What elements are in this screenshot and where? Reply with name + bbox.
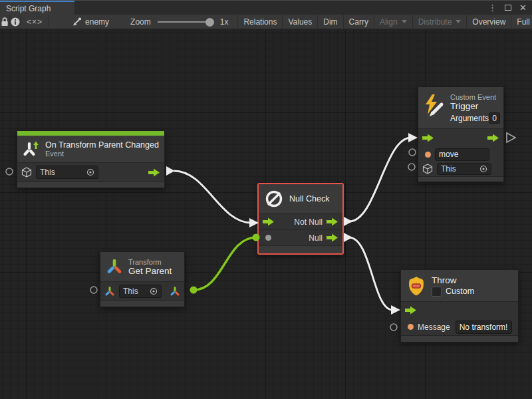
event-name-field[interactable]: move xyxy=(435,148,489,161)
node-null-check[interactable]: Null Check Not Null Null xyxy=(257,183,344,255)
port-label-null: Null xyxy=(309,233,323,243)
zoom-slider[interactable] xyxy=(158,15,216,29)
custom-checkbox[interactable] xyxy=(432,287,442,297)
tab-script-graph[interactable]: Script Graph xyxy=(0,1,74,15)
node-title: Get Parent xyxy=(128,266,172,276)
window-tab-bar: Script Graph ⋮ ✕ xyxy=(0,0,532,15)
visual-scripting-window: Script Graph ⋮ ✕ <×> xyxy=(0,0,532,399)
graph-name: enemy xyxy=(85,17,109,27)
wire-event-to-nullcheck xyxy=(174,171,251,223)
target-value: This xyxy=(40,168,55,177)
transform-icon xyxy=(106,258,123,275)
close-icon[interactable]: ✕ xyxy=(519,3,527,12)
maximize-icon[interactable] xyxy=(505,5,511,11)
node-category: Custom Event xyxy=(450,93,500,101)
values-button[interactable]: Values xyxy=(283,15,317,29)
null-check-icon xyxy=(264,189,284,209)
flow-port-triangle-empty[interactable] xyxy=(507,133,515,142)
node-throw[interactable]: Throw Custom Message No transform! xyxy=(400,269,519,342)
target-dropdown[interactable]: This xyxy=(437,163,491,175)
zoom-label: Zoom xyxy=(130,17,151,27)
distribute-button[interactable]: Distribute xyxy=(413,15,467,29)
code-preview-button[interactable]: <×> xyxy=(21,15,48,29)
flow-input-arrow-icon[interactable] xyxy=(422,134,434,142)
chevron-down-icon xyxy=(402,20,407,23)
flow-output-arrow-icon[interactable] xyxy=(327,217,338,226)
node-title: Null Check xyxy=(289,194,329,203)
flow-port-triangle[interactable] xyxy=(344,233,352,242)
wire-arrowhead-icon xyxy=(391,305,400,315)
value-port-circle[interactable] xyxy=(6,168,13,175)
event-accent-bar xyxy=(17,131,164,136)
fullscreen-button[interactable]: Full Screen xyxy=(511,15,532,29)
carry-button[interactable]: Carry xyxy=(344,15,374,29)
gameobject-cube-icon xyxy=(422,164,433,174)
node-title: Throw xyxy=(432,275,474,285)
node-title: On Transform Parent Changed xyxy=(45,140,159,150)
value-input-port[interactable] xyxy=(265,235,271,241)
value-input-port[interactable] xyxy=(425,152,431,158)
flow-port-triangle[interactable] xyxy=(166,166,175,176)
node-on-transform-parent-changed[interactable]: On Transform Parent Changed Event This xyxy=(17,130,165,188)
node-title: Trigger xyxy=(450,101,500,111)
zoom-control: Zoom 1x xyxy=(130,15,228,29)
wire-notnull-to-trigger xyxy=(349,138,411,221)
flow-port-triangle[interactable] xyxy=(344,217,352,226)
flow-input-arrow-icon[interactable] xyxy=(263,217,275,226)
node-category: Transform xyxy=(128,258,172,266)
target-picker-icon xyxy=(86,168,94,176)
value-port-circle[interactable] xyxy=(390,324,397,331)
relations-button[interactable]: Relations xyxy=(238,15,282,29)
flow-output-arrow-icon[interactable] xyxy=(487,134,499,142)
zoom-slider-track[interactable] xyxy=(158,21,209,23)
message-field[interactable]: No transform! xyxy=(456,321,512,334)
align-button[interactable]: Align xyxy=(374,15,412,29)
value-wire-endpoint[interactable] xyxy=(190,287,198,294)
flow-output-arrow-icon[interactable] xyxy=(148,168,160,177)
toolbar-buttons: Relations Values Dim Carry Align Distrib… xyxy=(237,15,532,29)
lock-button[interactable] xyxy=(0,15,9,29)
value-port-circle[interactable] xyxy=(408,164,415,170)
transform-output-icon[interactable] xyxy=(170,286,180,297)
code-icon: <×> xyxy=(27,17,43,27)
graph-reference[interactable]: enemy xyxy=(71,17,109,27)
inspect-button[interactable] xyxy=(10,15,21,29)
arguments-label: Arguments xyxy=(450,114,489,123)
value-input-port[interactable] xyxy=(408,324,414,330)
event-name-value: move xyxy=(439,150,458,159)
overview-button[interactable]: Overview xyxy=(467,15,511,29)
target-dropdown[interactable]: This xyxy=(119,285,162,298)
target-dropdown[interactable]: This xyxy=(36,166,98,179)
target-value: This xyxy=(123,287,138,296)
value-port-circle[interactable] xyxy=(409,149,416,156)
zoom-value: 1x xyxy=(220,17,229,27)
lock-icon xyxy=(0,17,9,27)
graph-canvas[interactable]: On Transform Parent Changed Event This xyxy=(0,29,532,399)
value-port-circle[interactable] xyxy=(90,287,97,293)
wire-arrowhead-icon xyxy=(408,133,418,142)
node-get-parent[interactable]: Transform Get Parent This xyxy=(100,251,185,307)
flow-input-arrow-icon[interactable] xyxy=(405,306,417,315)
custom-event-icon xyxy=(424,93,445,118)
arguments-field[interactable]: 0 xyxy=(489,112,500,124)
graph-icon xyxy=(71,17,82,27)
distribute-label: Distribute xyxy=(418,17,452,27)
gameobject-cube-icon xyxy=(21,167,32,178)
menu-dots-icon[interactable]: ⋮ xyxy=(488,3,497,12)
message-value: No transform! xyxy=(460,323,508,332)
node-trigger-custom-event[interactable]: Custom Event Trigger Arguments 0 xyxy=(418,86,504,182)
transform-mini-icon xyxy=(104,286,115,297)
flow-output-arrow-icon[interactable] xyxy=(327,233,338,242)
port-label-not-null: Not Null xyxy=(294,217,323,227)
align-label: Align xyxy=(380,17,398,27)
info-icon xyxy=(10,17,21,27)
window-controls: ⋮ ✕ xyxy=(488,1,532,15)
throw-error-icon xyxy=(406,275,426,297)
message-label: Message xyxy=(418,323,450,332)
target-value: This xyxy=(441,164,456,174)
zoom-slider-handle[interactable] xyxy=(205,18,214,27)
dim-button[interactable]: Dim xyxy=(318,15,342,29)
tab-label: Script Graph xyxy=(6,4,51,13)
transform-changed-icon xyxy=(23,140,40,158)
target-picker-icon xyxy=(150,287,158,295)
